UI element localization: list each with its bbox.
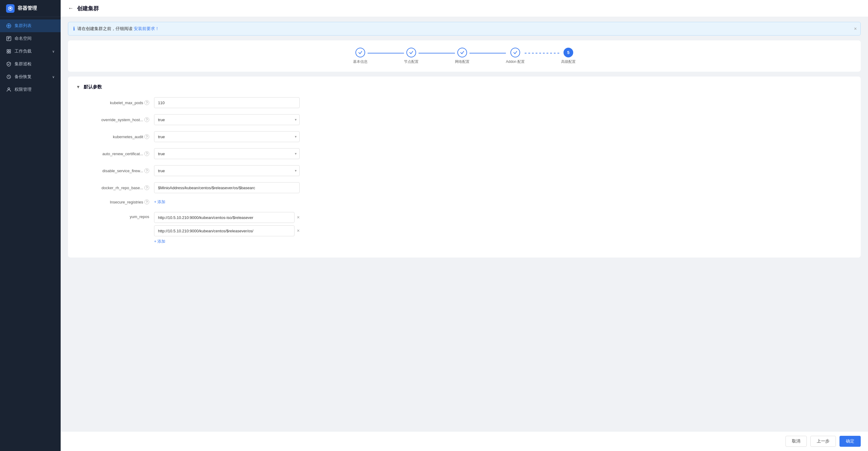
svg-rect-13: [7, 52, 8, 53]
sidebar-item-label: 命名空间: [14, 36, 32, 41]
yum-repos-add-button[interactable]: + 添加: [154, 239, 165, 244]
info-banner: ℹ 请在创建集群之前，仔细阅读 安装前要求！ ×: [68, 22, 861, 35]
disable-service-firew-help-icon[interactable]: ?: [144, 168, 149, 173]
sidebar-item-cluster-list[interactable]: 集群列表: [0, 20, 61, 32]
section-title: 默认参数: [84, 84, 102, 90]
cluster-list-icon: [6, 23, 11, 29]
insecure-registries-add-button[interactable]: + 添加: [154, 199, 165, 205]
field-yum-repos: yum_repos × × + 添加: [75, 211, 854, 244]
sidebar: 容器管理 集群列表: [0, 0, 61, 451]
yum-repos-input-1[interactable]: [154, 212, 294, 223]
field-disable-service-firew: disable_service_firew... ? true false ▾: [75, 165, 854, 176]
field-override-system-host: override_system_host... ? true false ▾: [75, 114, 854, 125]
docker-rh-repo-base-help-icon[interactable]: ?: [144, 185, 149, 190]
insecure-registries-help-icon[interactable]: ?: [144, 200, 149, 204]
svg-point-3: [8, 25, 10, 27]
disable-service-firew-control: true false ▾: [154, 165, 300, 176]
app-logo: 容器管理: [0, 0, 61, 17]
banner-link[interactable]: 安装前要求！: [134, 26, 159, 31]
svg-rect-10: [8, 38, 9, 39]
override-system-host-help-icon[interactable]: ?: [144, 117, 149, 122]
confirm-button[interactable]: 确定: [839, 436, 861, 447]
sidebar-item-patrol[interactable]: 集群巡检: [0, 58, 61, 71]
yum-repos-input-2[interactable]: [154, 225, 294, 236]
step-2-label: 节点配置: [404, 59, 418, 64]
workload-icon: [6, 49, 11, 54]
disable-service-firew-select[interactable]: true false: [154, 165, 300, 176]
yum-repos-item-2: ×: [154, 225, 300, 236]
app-title: 容器管理: [18, 5, 37, 11]
kubelet-max-pods-help-icon[interactable]: ?: [144, 100, 149, 105]
step-line-2: [418, 53, 455, 53]
sidebar-item-label: 权限管理: [14, 87, 32, 92]
override-system-host-control: true false ▾: [154, 114, 300, 125]
auto-renew-certificat-help-icon[interactable]: ?: [144, 151, 149, 156]
back-button[interactable]: ←: [68, 5, 73, 11]
field-insecure-registries: Insecure_registries ? + 添加: [75, 199, 854, 205]
override-system-host-label: override_system_host... ?: [75, 117, 154, 122]
docker-rh-repo-base-control: [154, 182, 300, 193]
page-footer: 取消 上一步 确定: [61, 431, 868, 451]
card-header: ▼ 默认参数: [75, 84, 854, 90]
step-3-label: 网络配置: [455, 59, 469, 64]
sidebar-item-namespace[interactable]: 命名空间: [0, 32, 61, 45]
yum-repos-remove-1-button[interactable]: ×: [297, 215, 300, 220]
field-kubelet-max-pods: kubelet_max_pods ?: [75, 97, 854, 108]
cancel-button[interactable]: 取消: [785, 436, 807, 447]
step-5-circle: 5: [563, 48, 573, 57]
page-header: ← 创建集群: [61, 0, 868, 17]
field-auto-renew-certificat: auto_renew_certificat... ? true false ▾: [75, 148, 854, 159]
yum-repos-item-1: ×: [154, 212, 300, 223]
sidebar-item-workload[interactable]: 工作负载 ∨: [0, 45, 61, 58]
step-2: 节点配置: [404, 48, 418, 64]
auto-renew-certificat-control: true false ▾: [154, 148, 300, 159]
step-1-label: 基本信息: [353, 59, 368, 64]
stepper: 基本信息 节点配置 网络配置: [68, 40, 861, 72]
docker-rh-repo-base-input[interactable]: [154, 182, 300, 193]
sidebar-item-permission[interactable]: 权限管理: [0, 83, 61, 96]
svg-rect-14: [9, 52, 11, 53]
auto-renew-certificat-select[interactable]: true false: [154, 148, 300, 159]
collapse-icon[interactable]: ▼: [75, 84, 81, 90]
step-4-circle: [510, 48, 520, 57]
step-4-label: Addon 配置: [506, 59, 525, 64]
yum-repos-remove-2-button[interactable]: ×: [297, 228, 300, 233]
step-5-label: 高级配置: [561, 59, 576, 64]
disable-service-firew-label: disable_service_firew... ?: [75, 168, 154, 173]
step-line-1: [368, 53, 404, 53]
form-card: ▼ 默认参数 kubelet_max_pods ? override_syste…: [68, 77, 861, 257]
kubelet-max-pods-input[interactable]: [154, 97, 300, 108]
backup-icon: [6, 74, 11, 80]
svg-point-16: [8, 88, 10, 90]
svg-rect-12: [9, 50, 11, 51]
page-title: 创建集群: [77, 5, 99, 12]
sidebar-item-label: 备份恢复: [14, 74, 32, 80]
kubelet-max-pods-control: [154, 97, 300, 108]
step-line-4: [525, 53, 561, 53]
banner-close-button[interactable]: ×: [854, 26, 857, 32]
step-3: 网络配置: [455, 48, 469, 64]
field-docker-rh-repo-base: docker_rh_repo_base... ?: [75, 182, 854, 193]
kubernetes-audit-control: true false ▾: [154, 131, 300, 142]
prev-button[interactable]: 上一步: [810, 436, 836, 447]
yum-repos-label: yum_repos: [75, 212, 154, 219]
insecure-registries-control: + 添加: [154, 199, 300, 205]
svg-rect-11: [7, 50, 8, 51]
kubernetes-audit-select[interactable]: true false: [154, 131, 300, 142]
sidebar-item-backup[interactable]: 备份恢复 ∨: [0, 71, 61, 83]
field-kubernetes-audit: kubernetes_audit ? true false ▾: [75, 131, 854, 142]
yum-repos-control: × × + 添加: [154, 212, 300, 244]
insecure-registries-label: Insecure_registries ?: [75, 200, 154, 204]
svg-rect-9: [8, 37, 10, 38]
sidebar-nav: 集群列表 命名空间 工作负载 ∨: [0, 17, 61, 451]
sidebar-item-label: 工作负载: [14, 49, 32, 54]
kubernetes-audit-help-icon[interactable]: ?: [144, 134, 149, 139]
step-2-circle: [406, 48, 416, 57]
logo-icon: [6, 4, 14, 13]
content-area: ℹ 请在创建集群之前，仔细阅读 安装前要求！ × 基本信息: [61, 17, 868, 451]
step-4: Addon 配置: [506, 48, 525, 64]
backup-arrow-icon: ∨: [52, 75, 55, 79]
sidebar-item-label: 集群巡检: [14, 61, 32, 67]
override-system-host-select[interactable]: true false: [154, 114, 300, 125]
namespace-icon: [6, 36, 11, 41]
